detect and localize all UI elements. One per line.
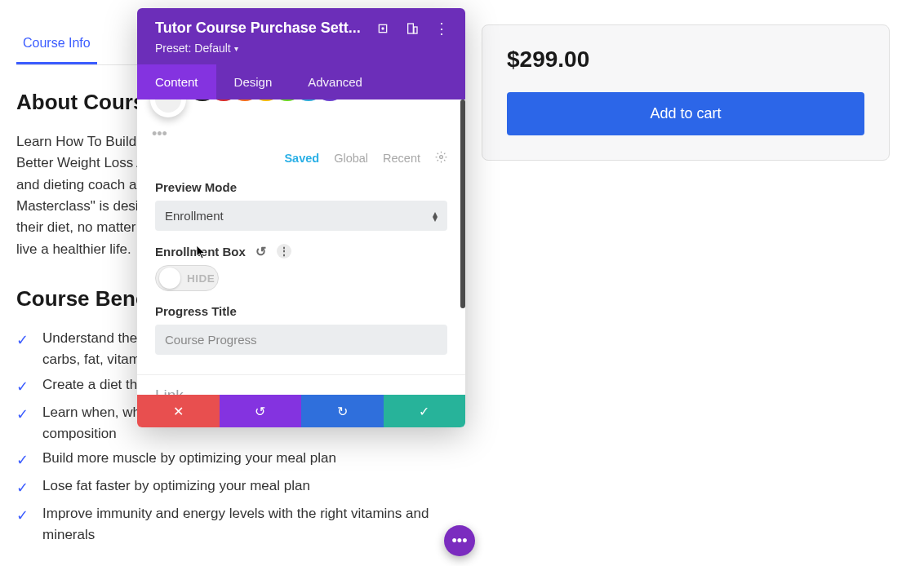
- chevron-down-icon: ▾: [234, 44, 238, 53]
- check-icon: ✓: [16, 477, 33, 500]
- accept-button[interactable]: ✓: [384, 395, 466, 427]
- more-swatches-icon[interactable]: •••: [137, 119, 179, 143]
- enrollment-box-label: Enrollment Box: [155, 245, 246, 259]
- expand-icon[interactable]: [375, 21, 390, 36]
- svg-rect-2: [408, 24, 414, 33]
- tab-design[interactable]: Design: [216, 64, 291, 99]
- check-icon: ✓: [16, 404, 33, 427]
- benefit-text: Build more muscle by optimizing your mea…: [42, 448, 336, 469]
- select-caret-icon: ▴▾: [433, 211, 438, 221]
- module-settings-panel: Tutor Course Purchase Sett... ⋮ Preset: …: [137, 8, 465, 427]
- svg-rect-3: [414, 27, 417, 33]
- preset-value: Default: [194, 42, 230, 55]
- svg-point-4: [440, 156, 443, 159]
- color-swatch[interactable]: [215, 99, 232, 101]
- toggle-text: HIDE: [187, 272, 215, 285]
- color-swatch-row: [137, 99, 465, 119]
- category-saved[interactable]: Saved: [284, 152, 319, 165]
- list-item: ✓Build more muscle by optimizing your me…: [16, 448, 457, 472]
- color-swatch[interactable]: [258, 99, 274, 101]
- enrollment-box-toggle[interactable]: HIDE: [155, 265, 219, 291]
- tab-content[interactable]: Content: [137, 64, 216, 99]
- panel-title: Tutor Course Purchase Sett...: [155, 20, 361, 37]
- panel-header[interactable]: Tutor Course Purchase Sett... ⋮ Preset: …: [137, 8, 465, 64]
- scrollbar[interactable]: [460, 99, 465, 308]
- field-enrollment-box: Enrollment Box ↺ ⋮ HIDE: [137, 239, 465, 299]
- field-progress-title: Progress Title: [137, 299, 465, 363]
- color-swatch[interactable]: [300, 99, 317, 101]
- link-section-label: Link: [155, 387, 184, 395]
- category-recent[interactable]: Recent: [383, 152, 420, 165]
- color-swatch[interactable]: [279, 99, 295, 101]
- check-icon: ✓: [16, 449, 33, 472]
- category-global[interactable]: Global: [334, 152, 368, 165]
- preset-prefix: Preset:: [155, 42, 191, 55]
- field-preview-mode: Preview Mode Enrollment ▴▾: [137, 175, 465, 239]
- color-swatch[interactable]: [237, 99, 253, 101]
- purchase-card: $299.00 Add to cart: [482, 24, 890, 161]
- preset-selector[interactable]: Preset: Default ▾: [155, 42, 449, 55]
- redo-button[interactable]: ↻: [301, 395, 384, 427]
- color-swatch[interactable]: [194, 99, 211, 101]
- list-item: ✓Improve immunity and energy levels with…: [16, 503, 457, 546]
- list-item: ✓Lose fat faster by optimizing your meal…: [16, 475, 457, 500]
- cancel-button[interactable]: ✕: [137, 395, 220, 427]
- color-swatch[interactable]: [322, 99, 338, 101]
- benefit-text: Improve immunity and energy levels with …: [42, 503, 457, 546]
- chevron-down-icon: ⌄: [437, 388, 447, 396]
- svg-point-1: [382, 28, 384, 29]
- builder-fab-button[interactable]: •••: [444, 525, 475, 556]
- benefit-text: Lose fat faster by optimizing your meal …: [42, 475, 310, 497]
- panel-tabs: Content Design Advanced: [137, 64, 465, 99]
- check-icon: ✓: [16, 329, 33, 352]
- panel-body: ••• Saved Global Recent Preview Mode Enr…: [137, 99, 465, 395]
- reset-icon[interactable]: ↺: [254, 244, 269, 259]
- responsive-icon[interactable]: [405, 21, 420, 36]
- toggle-knob: [159, 268, 180, 289]
- progress-title-input[interactable]: [155, 325, 447, 355]
- progress-title-label: Progress Title: [155, 304, 447, 318]
- link-section-toggle[interactable]: Link ⌄: [137, 374, 465, 395]
- swatch-categories: Saved Global Recent: [137, 143, 465, 175]
- tab-course-info[interactable]: Course Info: [16, 24, 97, 64]
- add-to-cart-button[interactable]: Add to cart: [507, 92, 864, 135]
- gear-icon[interactable]: [435, 151, 447, 166]
- preview-mode-label: Preview Mode: [155, 180, 447, 194]
- preview-mode-value: Enrollment: [165, 209, 224, 223]
- price: $299.00: [507, 46, 864, 73]
- check-icon: ✓: [16, 505, 33, 528]
- color-swatch-active[interactable]: [150, 99, 186, 117]
- tab-advanced[interactable]: Advanced: [290, 64, 380, 99]
- check-icon: ✓: [16, 376, 33, 399]
- preview-mode-select[interactable]: Enrollment ▴▾: [155, 201, 447, 231]
- more-icon[interactable]: ⋮: [434, 21, 449, 36]
- options-icon[interactable]: ⋮: [277, 244, 291, 259]
- panel-footer: ✕ ↺ ↻ ✓: [137, 395, 465, 427]
- undo-button[interactable]: ↺: [220, 395, 302, 427]
